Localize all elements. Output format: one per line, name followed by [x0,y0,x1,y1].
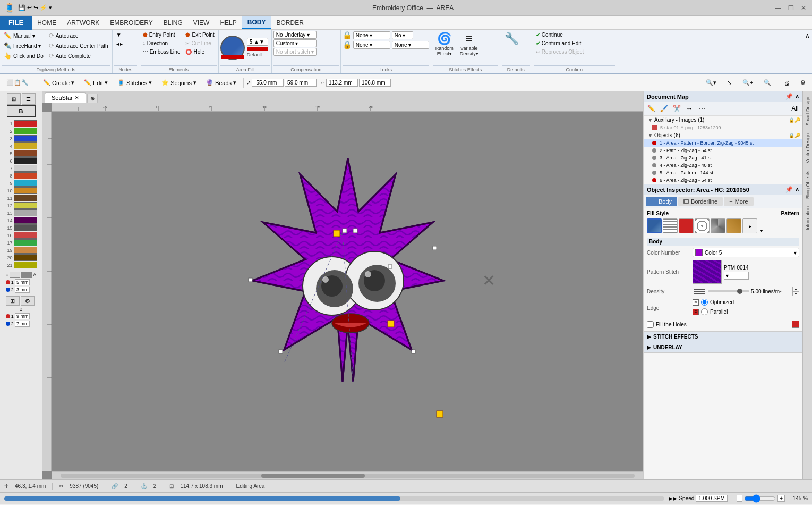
swatch-row-4[interactable]: 4 [5,142,37,149]
menu-view[interactable]: VIEW [188,16,215,29]
toolbar-icons[interactable]: ⬜📋🔧 [2,78,33,87]
continue-btn[interactable]: ✔ Continue [534,31,586,39]
density-down[interactable]: ▼ [792,291,799,296]
underlay-dropdown[interactable]: No Underlay ▾ [273,31,317,39]
inspector-pin[interactable]: 📌 [785,186,793,193]
short-stitch-dropdown[interactable]: No short stitch ▾ [273,48,317,56]
tab-more[interactable]: + More [724,197,754,206]
minimize-button[interactable]: — [774,4,782,12]
swatch-spiral[interactable] [711,218,725,233]
density-slider[interactable] [708,290,749,292]
density-up[interactable]: ▲ [792,287,799,291]
scroll-track[interactable] [61,474,635,478]
lock-none1[interactable]: None ▾ [353,31,390,39]
lock-no[interactable]: No ▾ [392,31,413,39]
menu-artwork[interactable]: ARTWORK [62,16,105,29]
freehand-dropdown[interactable]: ✒️ FreeHand ▾ [2,41,46,50]
color-swatch-5[interactable] [14,150,37,157]
close-button[interactable]: ✕ [799,4,808,12]
vtab-info[interactable]: Information [804,203,811,233]
swatch-row-1[interactable]: 1 [5,120,37,127]
dm-all-btn[interactable]: All [790,103,800,114]
edit-btn[interactable]: ✏️ Edit ▾ [80,78,112,87]
tc-settings[interactable]: ⚙ [21,296,35,306]
dm-brush[interactable]: 🖌️ [659,103,669,114]
tool-grid[interactable]: ⊞ [7,93,21,105]
zoom-out[interactable]: 🔍- [759,78,777,87]
optimized-radio[interactable] [701,299,708,306]
swatch-row-9[interactable]: 9 [5,180,37,187]
auto-complete[interactable]: ⟳ Auto Complete [47,51,110,61]
cut-line-btn[interactable]: ✂ Cut Line [183,39,216,47]
fill-spinner[interactable]: 5 ▲▼ [247,38,268,46]
swatch-row-16[interactable]: 16 [5,232,37,239]
confirm-edit-btn[interactable]: ✔ Confirm and Edit [534,39,586,47]
dm-pencil[interactable]: ✏️ [646,103,656,114]
swatch-row-17[interactable]: 17 [5,239,37,246]
doc-map-collapse[interactable]: ∧ [795,93,799,100]
defaults-btn[interactable]: 🔧 [502,31,522,47]
swatch-row-15[interactable]: 15 [5,224,37,231]
color-swatch-10[interactable] [14,187,37,194]
obj-5[interactable]: 5 - Area - Pattern - 144 st [644,169,802,176]
menu-embroidery[interactable]: EMBROIDERY [105,16,158,29]
dm-arrows[interactable]: ↔️ [684,103,695,114]
inspector-header[interactable]: Object Inspector: Area - HC: 2010050 📌 ∧ [644,184,802,195]
scroll-thumb-h[interactable] [261,474,365,478]
direction-btn[interactable]: ↕ Direction [141,39,183,47]
swatch-row-21[interactable]: 21 [5,262,37,268]
swatch-row-5[interactable]: 5 [5,150,37,157]
underlay-section[interactable]: ▶ UNDERLAY [644,342,802,353]
color-swatch-11[interactable] [14,195,37,201]
color-swatch-14[interactable] [14,217,37,224]
lock-none3[interactable]: None ▾ [392,41,429,49]
swatch-more[interactable]: ▸ [742,218,757,233]
menu-border[interactable]: BORDER [271,16,309,29]
color-swatch-8[interactable] [14,172,37,179]
zoom-plus-icon[interactable]: + [777,495,785,502]
beads-btn[interactable]: 🔮 Beads ▾ [202,78,241,87]
color-swatch-21[interactable] [14,262,37,268]
node-arrow-left[interactable]: ◂ ▸ [114,40,125,48]
color-swatch-7[interactable] [14,165,37,172]
swatch-row-7[interactable]: 7 [5,165,37,172]
inspector-collapse[interactable]: ∧ [795,186,799,193]
canvas-area[interactable]: SeaStar ✕ ⊕ -5 0 5 10 15 20 [42,91,643,479]
canvas-tab-seastar[interactable]: SeaStar ✕ [45,92,86,103]
autotrace[interactable]: ⟳ Autotrace [47,31,110,40]
tc-grid[interactable]: ⊞ [6,296,20,306]
color-swatch-3[interactable] [14,135,37,142]
obj-4[interactable]: 4 - Area - Zig-Zag - 40 st [644,162,802,169]
entry-point-btn[interactable]: ⬟ Entry Point [141,31,183,39]
vtab-vector-design[interactable]: Vector Design [804,130,811,166]
reprocess-btn[interactable]: ↩ Reprocess Object [534,48,586,56]
auxiliary-section[interactable]: ▼ Auxiliary - Images (1) 🔒🔑 [644,116,802,124]
zoom-minus-icon[interactable]: - [737,495,742,502]
color-swatch-1[interactable] [14,120,37,127]
search-tool[interactable]: 🔍▾ [702,78,721,87]
menu-home[interactable]: HOME [32,16,62,29]
swatch-row-8[interactable]: 8 [5,172,37,179]
sequins-btn[interactable]: ⭐ Sequins ▾ [157,78,201,87]
swatch-scroll-down[interactable]: ▼ [759,229,764,233]
color-swatch-6[interactable] [14,157,37,164]
custom-dropdown[interactable]: Custom ▾ [273,39,317,47]
variable-density-btn[interactable]: ≡ VariableDensity▾ [457,31,481,58]
manual-dropdown[interactable]: ✏️ Manual ▾ [2,31,46,40]
zoom-slider[interactable] [744,494,776,503]
color-swatch-4[interactable] [14,142,37,149]
density-spinner[interactable]: ▲ ▼ [792,287,799,296]
swatch-row-19[interactable]: 19 [5,247,37,254]
pattern-dropdown-btn[interactable]: ▾ [724,272,749,280]
document-map-header[interactable]: Document Map 📌 ∧ [644,91,802,102]
tool-list[interactable]: ☰ [22,93,36,105]
restore-button[interactable]: ❐ [787,4,795,12]
menu-help[interactable]: HELP [215,16,242,29]
zoom-in[interactable]: 🔍+ [738,78,757,87]
node-arrow-down[interactable]: ▼ [114,31,124,39]
random-effect-btn[interactable]: 🌀 RandomEffect▾ [433,31,456,58]
emboss-line-btn[interactable]: 〰 Emboss Line [141,48,183,56]
obj-2[interactable]: 2 - Path - Zig-Zag - 54 st [644,147,802,154]
color-swatch-17[interactable] [14,239,37,246]
tab-borderline[interactable]: Borderline [678,197,723,206]
